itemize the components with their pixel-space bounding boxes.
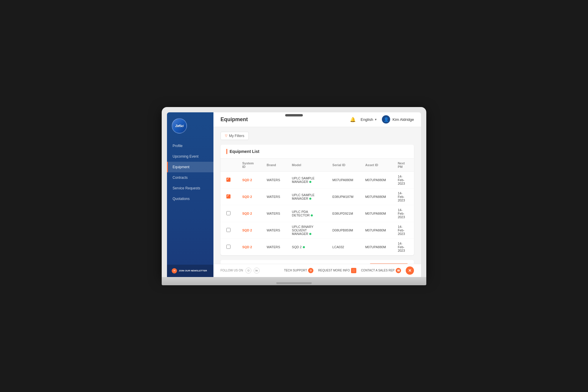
- newsletter-icon: ✉: [172, 268, 177, 273]
- user-name: Kim Aldridge: [392, 117, 414, 122]
- table-row: SQD 2WATERSUPLC SAMPLE MANAGERE08UPM187M…: [220, 188, 414, 205]
- serial-id-cell: E08UPD921M: [327, 205, 360, 222]
- table-row: SQD 2WATERSUPLC SAMPLE MANAGERM07UPA880M…: [220, 171, 414, 188]
- serial-id-cell: D08UPB859M: [327, 222, 360, 238]
- section-header: Equipment List: [220, 145, 414, 159]
- col-system-id: System ID: [236, 159, 261, 172]
- user-menu[interactable]: 👤 Kim Aldridge: [382, 115, 414, 124]
- serial-id-cell: M07UPA880M: [327, 171, 360, 188]
- status-dot: [311, 214, 313, 216]
- brand-cell: WATERS: [261, 238, 286, 255]
- model-cell: UPLC SAMPLE MANAGER: [286, 171, 327, 188]
- brand-cell: WATERS: [261, 171, 286, 188]
- camera-notch: [285, 114, 303, 116]
- asset-id-cell: M07UPA880M: [359, 238, 392, 255]
- sidebar-item-upcoming-event[interactable]: Upcoming Event: [167, 151, 213, 162]
- newsletter-button[interactable]: ✉ JOIN OUR NEWSLETTER: [172, 268, 209, 273]
- col-brand: Brand: [261, 159, 286, 172]
- tech-support-icon: ⚙: [308, 268, 313, 273]
- next-pm-cell: 14-Feb-2023: [392, 238, 414, 255]
- status-dot: [309, 233, 311, 235]
- contact-sales-icon: ☎: [396, 268, 401, 273]
- col-next-pm: Next PM: [392, 159, 414, 172]
- model-cell: SQD 2: [286, 238, 327, 255]
- system-id-link[interactable]: SQD 2: [242, 178, 252, 182]
- table-header-row: System ID Brand Model Serial ID Asset ID…: [220, 159, 414, 172]
- status-dot: [309, 198, 311, 200]
- row-checkbox[interactable]: [226, 228, 230, 232]
- sidebar-footer: ✉ JOIN OUR NEWSLETTER: [167, 265, 213, 277]
- filter-icon: ▽: [225, 134, 227, 138]
- asset-id-cell: M07UPA880M: [359, 171, 392, 188]
- next-pm-cell: 14-Feb-2023: [392, 171, 414, 188]
- page-title: Equipment: [220, 116, 248, 123]
- sidebar: ZefSci Profile Upcoming Event Equipment: [167, 112, 213, 277]
- asset-id-cell: M07UPA880M: [359, 205, 392, 222]
- brand-cell: WATERS: [261, 205, 286, 222]
- filter-bar: ▽ My Filters: [220, 132, 414, 140]
- contact-sales-link[interactable]: CONTACT A SALES REP ☎: [361, 268, 401, 273]
- request-info-link[interactable]: REQUEST MORE INFO □: [318, 268, 356, 273]
- row-checkbox-checked[interactable]: [226, 178, 230, 182]
- row-checkbox-checked[interactable]: [226, 194, 230, 198]
- header: Equipment 🔔 English ▼ 👤 Kim Aldridge: [213, 112, 421, 127]
- status-dot: [309, 181, 311, 183]
- footer: FOLLOW US ON ⊙ in TECH SUPPORT ⚙ REQUEST…: [213, 264, 421, 277]
- table-row: SQD 2WATERSUPLC BINARY SOLVENT MANAGERD0…: [220, 222, 414, 238]
- status-dot: [303, 246, 305, 248]
- header-right: 🔔 English ▼ 👤 Kim Aldridge: [350, 115, 414, 124]
- sidebar-item-equipment[interactable]: Equipment: [167, 162, 213, 172]
- avatar: 👤: [382, 115, 390, 124]
- row-checkbox[interactable]: [226, 211, 230, 215]
- system-id-link[interactable]: SQD 2: [242, 245, 252, 249]
- sidebar-item-quotations[interactable]: Quotations: [167, 194, 213, 204]
- next-pm-cell: 14-Feb-2023: [392, 205, 414, 222]
- selection-bar: 2 Equipment Selected Show Details →: [220, 260, 414, 264]
- social-follow: FOLLOW US ON ⊙ in: [220, 268, 260, 273]
- content-area: ▽ My Filters Equipment List: [213, 127, 421, 264]
- equipment-table: System ID Brand Model Serial ID Asset ID…: [220, 159, 414, 255]
- linkedin-icon[interactable]: in: [254, 268, 260, 273]
- model-cell: UPLC PDA DETECTOR: [286, 205, 327, 222]
- col-serial-id: Serial ID: [327, 159, 360, 172]
- serial-id-cell: LCA032: [327, 238, 360, 255]
- system-id-link[interactable]: SQD 2: [242, 195, 252, 198]
- table-row: SQD 2WATERSSQD 2LCA032M07UPA880M14-Feb-2…: [220, 238, 414, 255]
- main-content: Equipment 🔔 English ▼ 👤 Kim Aldridge: [213, 112, 421, 277]
- language-selector[interactable]: English ▼: [360, 117, 377, 122]
- equipment-section: Equipment List System ID Brand Model: [220, 145, 414, 255]
- sidebar-item-contracts[interactable]: Contracts: [167, 172, 213, 183]
- section-accent: [226, 149, 227, 154]
- my-filters-button[interactable]: ▽ My Filters: [220, 132, 249, 140]
- system-id-link[interactable]: SQD 2: [242, 228, 252, 232]
- sidebar-item-profile[interactable]: Profile: [167, 141, 213, 151]
- brand-cell: WATERS: [261, 188, 286, 205]
- instagram-icon[interactable]: ⊙: [245, 268, 251, 273]
- logo-area: ZefSci: [167, 112, 213, 138]
- col-checkbox: [220, 159, 236, 172]
- sidebar-item-service-requests[interactable]: Service Requests: [167, 183, 213, 194]
- system-id-link[interactable]: SQD 2: [242, 212, 252, 215]
- sidebar-nav: Profile Upcoming Event Equipment Contrac…: [167, 138, 213, 265]
- footer-links: TECH SUPPORT ⚙ REQUEST MORE INFO □ CONTA…: [284, 266, 414, 275]
- next-pm-cell: 14-Feb-2023: [392, 222, 414, 238]
- col-asset-id: Asset ID: [359, 159, 392, 172]
- next-pm-cell: 14-Feb-2023: [392, 188, 414, 205]
- table-row: SQD 2WATERSUPLC PDA DETECTORE08UPD921MM0…: [220, 205, 414, 222]
- notifications-icon[interactable]: 🔔: [350, 117, 356, 122]
- close-button[interactable]: ✕: [406, 266, 414, 275]
- asset-id-cell: M07UPA880M: [359, 222, 392, 238]
- request-info-icon: □: [351, 268, 356, 273]
- asset-id-cell: M07UPA880M: [359, 188, 392, 205]
- row-checkbox[interactable]: [226, 245, 230, 249]
- app-logo: ZefSci: [172, 118, 187, 134]
- col-model: Model: [286, 159, 327, 172]
- chevron-down-icon: ▼: [374, 118, 377, 121]
- model-cell: UPLC SAMPLE MANAGER: [286, 188, 327, 205]
- model-cell: UPLC BINARY SOLVENT MANAGER: [286, 222, 327, 238]
- tech-support-link[interactable]: TECH SUPPORT ⚙: [284, 268, 313, 273]
- serial-id-cell: E08UPM187M: [327, 188, 360, 205]
- brand-cell: WATERS: [261, 222, 286, 238]
- section-title: Equipment List: [230, 149, 259, 154]
